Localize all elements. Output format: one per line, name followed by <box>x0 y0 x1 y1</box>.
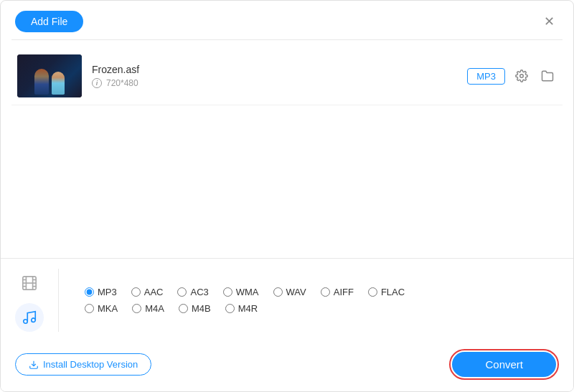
format-mp3[interactable]: MP3 <box>85 287 117 297</box>
folder-icon <box>541 70 554 82</box>
thumbnail-image <box>17 54 82 97</box>
convert-button[interactable]: Convert <box>452 352 556 377</box>
download-icon <box>29 360 39 370</box>
format-aac[interactable]: AAC <box>131 287 164 297</box>
bottom-panel: MP3 AAC AC3 WMA WAV AIFF F <box>1 258 573 391</box>
add-file-button[interactable]: Add File <box>15 11 83 32</box>
format-options: MP3 AAC AC3 WMA WAV AIFF F <box>73 287 559 314</box>
format-wma[interactable]: WMA <box>223 287 259 297</box>
audio-tab[interactable] <box>15 303 44 332</box>
format-m4b[interactable]: M4B <box>179 303 211 314</box>
file-list: Frozen.asf i 720*480 MP3 <box>1 40 573 113</box>
gear-icon <box>515 70 528 82</box>
format-row-1: MP3 AAC AC3 WMA WAV AIFF F <box>85 287 559 297</box>
format-badge[interactable]: MP3 <box>467 68 505 85</box>
file-resolution: 720*480 <box>106 78 138 88</box>
empty-area <box>1 113 573 256</box>
settings-button[interactable] <box>512 67 531 85</box>
media-type-tabs <box>15 269 59 332</box>
file-thumbnail <box>17 54 82 97</box>
info-icon: i <box>92 78 102 88</box>
format-m4r[interactable]: M4R <box>225 303 258 314</box>
video-tab[interactable] <box>15 269 44 297</box>
music-icon <box>22 310 37 325</box>
format-wav[interactable]: WAV <box>273 287 306 297</box>
file-name: Frozen.asf <box>92 64 457 75</box>
character-1 <box>34 69 49 95</box>
format-panel: MP3 AAC AC3 WMA WAV AIFF F <box>1 258 573 340</box>
svg-point-0 <box>520 75 524 78</box>
svg-point-10 <box>32 318 36 322</box>
install-desktop-label: Install Desktop Version <box>43 359 138 370</box>
svg-point-9 <box>24 320 28 324</box>
format-m4a[interactable]: M4A <box>132 303 164 314</box>
thumbnail-characters <box>34 69 65 97</box>
folder-button[interactable] <box>538 67 557 85</box>
film-icon <box>22 275 37 291</box>
header: Add File ✕ <box>1 1 573 39</box>
character-2 <box>52 72 65 95</box>
table-row: Frozen.asf i 720*480 MP3 <box>11 47 563 105</box>
file-meta: i 720*480 <box>92 78 457 88</box>
install-desktop-button[interactable]: Install Desktop Version <box>15 353 151 376</box>
format-ac3[interactable]: AC3 <box>177 287 208 297</box>
format-flac[interactable]: FLAC <box>368 287 405 297</box>
format-mka[interactable]: MKA <box>85 303 118 314</box>
file-actions: MP3 <box>467 67 557 85</box>
format-aiff[interactable]: AIFF <box>321 287 354 297</box>
convert-button-wrapper: Convert <box>449 349 559 380</box>
format-row-2: MKA M4A M4B M4R <box>85 303 559 314</box>
close-button[interactable]: ✕ <box>540 14 559 29</box>
file-info: Frozen.asf i 720*480 <box>92 64 457 88</box>
action-bar: Install Desktop Version Convert <box>1 340 573 391</box>
